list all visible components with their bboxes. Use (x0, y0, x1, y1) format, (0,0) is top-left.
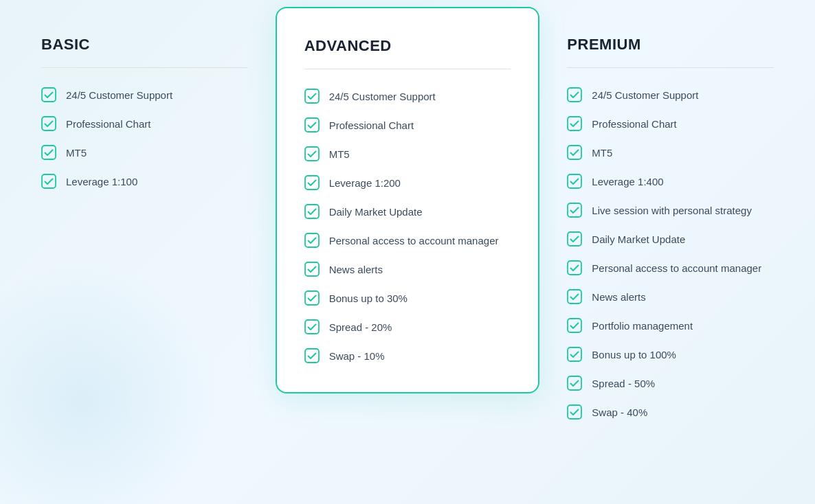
list-item: Professional Chart (41, 116, 248, 131)
check-icon (567, 145, 582, 160)
check-icon (41, 145, 56, 160)
svg-rect-11 (305, 291, 319, 305)
plan-card-premium: PREMIUM 24/5 Customer Support Profession… (539, 14, 801, 442)
plan-divider-premium (567, 67, 774, 68)
list-item: 24/5 Customer Support (567, 87, 774, 102)
check-icon (304, 348, 320, 363)
feature-text: Professional Chart (66, 118, 150, 130)
feature-text: Professional Chart (329, 119, 414, 131)
list-item: MT5 (304, 146, 511, 161)
feature-text: Bonus up to 100% (592, 349, 676, 360)
svg-rect-2 (42, 146, 56, 159)
check-icon (304, 175, 320, 190)
svg-rect-18 (568, 203, 581, 217)
list-item: Daily Market Update (567, 231, 774, 247)
list-item: Swap - 10% (304, 348, 511, 363)
feature-text: Personal access to account manager (592, 262, 761, 274)
check-icon (567, 174, 582, 189)
svg-rect-19 (568, 232, 581, 246)
check-icon (567, 203, 582, 218)
svg-rect-20 (568, 261, 581, 275)
svg-rect-0 (42, 88, 56, 102)
check-icon (567, 376, 582, 391)
check-icon (567, 87, 582, 102)
plan-title-premium: PREMIUM (567, 36, 774, 54)
check-icon (304, 233, 320, 248)
check-icon (304, 204, 320, 219)
feature-text: Daily Market Update (592, 233, 685, 245)
svg-rect-12 (305, 320, 319, 334)
svg-rect-22 (568, 319, 581, 332)
list-item: News alerts (304, 262, 511, 277)
feature-text: Bonus up to 30% (329, 293, 408, 304)
feature-text: Daily Market Update (329, 206, 423, 218)
feature-list-basic: 24/5 Customer Support Professional Chart… (41, 87, 248, 189)
feature-list-advanced: 24/5 Customer Support Professional Chart… (304, 89, 511, 363)
plan-card-advanced: ADVANCED 24/5 Customer Support Professio… (276, 7, 540, 393)
feature-text: Leverage 1:100 (66, 176, 137, 187)
plan-divider-basic (41, 67, 248, 68)
feature-text: Personal access to account manager (329, 235, 499, 247)
svg-rect-5 (305, 118, 319, 132)
check-icon (304, 262, 320, 277)
check-icon (304, 290, 320, 306)
svg-rect-8 (305, 205, 319, 218)
feature-text: News alerts (329, 264, 383, 275)
svg-rect-4 (305, 89, 319, 103)
list-item: Leverage 1:400 (567, 174, 774, 189)
feature-text: Spread - 50% (592, 378, 655, 389)
list-item: Leverage 1:200 (304, 175, 511, 190)
list-item: 24/5 Customer Support (41, 87, 248, 102)
feature-text: MT5 (329, 148, 350, 160)
feature-text: 24/5 Customer Support (329, 91, 436, 102)
list-item: Portfolio management (567, 318, 774, 333)
plan-divider-advanced (304, 69, 511, 69)
svg-rect-7 (305, 176, 319, 190)
feature-text: Portfolio management (592, 320, 693, 332)
pricing-container: BASIC 24/5 Customer Support Professional… (14, 14, 801, 442)
svg-rect-21 (568, 290, 581, 303)
check-icon (41, 116, 56, 131)
svg-rect-3 (42, 174, 56, 188)
svg-rect-15 (568, 117, 581, 130)
feature-text: Swap - 10% (329, 350, 385, 362)
check-icon (304, 117, 320, 133)
list-item: Swap - 40% (567, 404, 774, 420)
check-icon (567, 347, 582, 362)
svg-rect-16 (568, 146, 581, 159)
list-item: Live session with personal strategy (567, 203, 774, 218)
feature-text: Live session with personal strategy (592, 205, 752, 216)
check-icon (304, 89, 320, 104)
feature-text: Leverage 1:200 (329, 177, 401, 189)
list-item: Personal access to account manager (567, 260, 774, 275)
feature-text: Professional Chart (592, 118, 676, 130)
check-icon (567, 260, 582, 275)
svg-rect-13 (305, 349, 319, 363)
list-item: Daily Market Update (304, 204, 511, 219)
feature-text: Leverage 1:400 (592, 176, 663, 187)
svg-rect-17 (568, 174, 581, 188)
check-icon (304, 319, 320, 334)
list-item: Spread - 20% (304, 319, 511, 334)
list-item: Professional Chart (304, 117, 511, 133)
feature-text: Swap - 40% (592, 406, 647, 418)
list-item: Spread - 50% (567, 376, 774, 391)
list-item: Leverage 1:100 (41, 174, 248, 189)
list-item: News alerts (567, 289, 774, 304)
plan-title-advanced: ADVANCED (304, 37, 511, 55)
check-icon (567, 289, 582, 304)
check-icon (567, 116, 582, 131)
feature-text: News alerts (592, 291, 645, 303)
feature-text: MT5 (592, 147, 612, 159)
feature-text: Spread - 20% (329, 321, 392, 333)
svg-rect-6 (305, 147, 319, 161)
check-icon (41, 87, 56, 102)
svg-rect-14 (568, 88, 581, 102)
list-item: Bonus up to 30% (304, 290, 511, 306)
check-icon (567, 231, 582, 247)
svg-rect-23 (568, 347, 581, 361)
feature-text: 24/5 Customer Support (592, 89, 698, 101)
list-item: MT5 (41, 145, 248, 160)
feature-text: MT5 (66, 147, 87, 159)
list-item: MT5 (567, 145, 774, 160)
